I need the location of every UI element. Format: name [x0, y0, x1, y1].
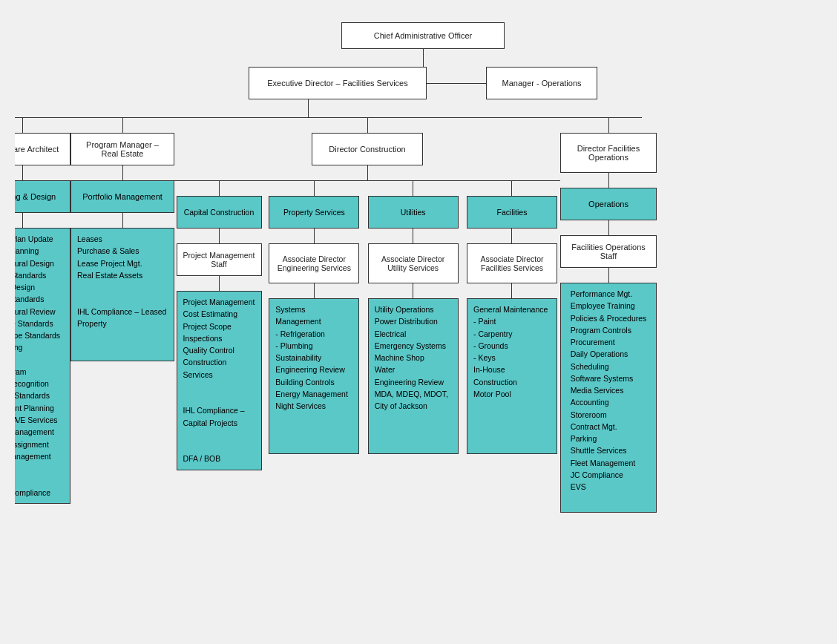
ed-col: Executive Director – Facilities Services	[249, 67, 427, 99]
cc-down2	[219, 276, 220, 291]
dfo-branch: Director Facilities Operations Operation…	[560, 118, 657, 513]
level3-boxes-row: Healthcare Architect Planning & Design M…	[15, 118, 642, 513]
dc-down1	[367, 118, 368, 133]
ha-down1	[22, 118, 23, 133]
org-chart: Chief Administrative Officer Executive D…	[22, 22, 822, 513]
dc-depts-row: Capital Construction Project Management …	[174, 181, 560, 470]
box-util: Utilities	[368, 196, 459, 229]
ps-down0	[314, 181, 315, 196]
port-down	[122, 213, 123, 228]
fac-down1	[511, 229, 512, 243]
box-ps-assoc: Associate Director Engineering Services	[269, 243, 359, 283]
util-down2	[413, 283, 413, 298]
ps-items: Systems Management - Refrigeration - Plu…	[269, 298, 359, 454]
dc-down2	[367, 165, 368, 180]
box-cc: Capital Construction	[177, 196, 262, 229]
pm-down2	[122, 165, 123, 180]
fac-col: Facilities Associate Director Facilities…	[464, 181, 560, 454]
cc-col: Capital Construction Project Management …	[174, 181, 263, 470]
fac-down2	[511, 283, 512, 298]
ps-down2	[314, 283, 315, 298]
box-ops: Operations	[560, 188, 657, 220]
box-ps: Property Services	[269, 196, 359, 229]
box-ops-staff: Facilities Operations Staff	[560, 235, 657, 268]
pd-items: Master Plan UpdateSpace PlanningArchitec…	[15, 228, 70, 504]
box-dfo: Director Facilities Operations	[560, 133, 657, 173]
ops-down2	[608, 268, 609, 283]
pm-branch: Program Manager – Real Estate Portfolio …	[70, 118, 174, 361]
ha-branch: Healthcare Architect Planning & Design M…	[15, 118, 70, 504]
box-cc-staff: Project Management Staff	[177, 243, 262, 276]
portfolio-items: LeasesPurchase & SalesLease Project Mgt.…	[70, 228, 174, 361]
ps-down1	[314, 229, 315, 243]
util-col: Utilities Associate Director Utility Ser…	[365, 181, 462, 454]
box-planning-design: Planning & Design	[15, 180, 70, 213]
box-portfolio: Portfolio Management	[70, 180, 174, 213]
box-ha: Healthcare Architect	[15, 133, 70, 165]
cc-down1	[219, 229, 220, 243]
mgr-col: Manager - Operations	[486, 67, 597, 99]
level2-row: Executive Director – Facilities Services…	[22, 67, 822, 99]
dfo-down2	[608, 173, 609, 188]
util-down0	[413, 181, 413, 196]
ha-down2	[22, 165, 23, 180]
util-down1	[413, 229, 413, 243]
ps-col: Property Services Associate Director Eng…	[266, 181, 362, 454]
org-chart-wrap: Chief Administrative Officer Executive D…	[15, 15, 822, 520]
box-pm: Program Manager – Real Estate	[70, 133, 174, 165]
h-line-ed-mgr	[427, 83, 486, 84]
dfo-down1	[608, 118, 609, 133]
connector-cao-down	[423, 49, 424, 67]
util-items: Utility OperationsPower DistributionElec…	[368, 298, 459, 454]
box-fac: Facilities	[467, 196, 557, 229]
ops-down1	[608, 220, 609, 235]
box-util-assoc: Associate Director Utility Services	[368, 243, 459, 283]
fac-down0	[511, 181, 512, 196]
box-dc: Director Construction	[312, 133, 423, 165]
cc-items: Project ManagementCost EstimatingProject…	[177, 291, 262, 470]
cc-down0	[219, 181, 220, 196]
connector-ed-down	[308, 99, 309, 117]
fac-items: General Maintenance - Paint - Carpentry …	[467, 298, 557, 454]
dc-branch: Director Construction Capital Constru	[174, 118, 560, 470]
level3-section: Healthcare Architect Planning & Design M…	[15, 117, 642, 513]
ops-items: Performance Mgt.Employee TrainingPolicie…	[560, 283, 657, 513]
box-fac-assoc: Associate Director Facilities Services	[467, 243, 557, 283]
pm-down1	[122, 118, 123, 133]
box-ed: Executive Director – Facilities Services	[249, 67, 427, 99]
box-cao: Chief Administrative Officer	[341, 22, 505, 49]
pd-down	[22, 213, 23, 228]
box-mgr: Manager - Operations	[486, 67, 597, 99]
